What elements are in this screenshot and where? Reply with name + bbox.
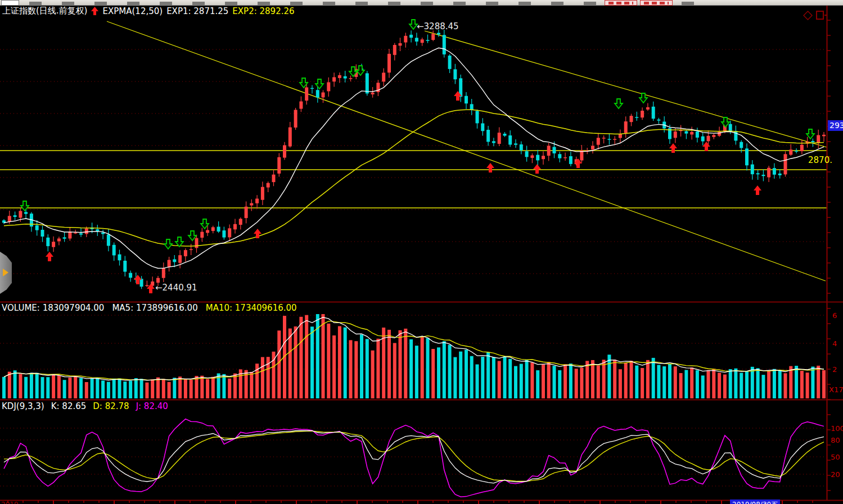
symbol-title: 上证指数(日线.前复权) (2, 6, 87, 16)
menu-items-clipped (29, 2, 698, 5)
trough-price-annotation: ←2440.91 (155, 283, 197, 293)
expander-arrow-icon (2, 269, 9, 276)
volume-axis-label-6: 6 (832, 311, 837, 320)
date-axis-label-clipped: 2019 (1, 501, 19, 504)
menu-highlight-button-1[interactable] (605, 0, 637, 6)
price-pane-header: 上证指数(日线.前复权) EXPMA(12,50) EXP1: 2871.25 … (2, 6, 295, 16)
kdj-axis-label-20: 20 (831, 470, 840, 479)
kdj-axis-label-100: 100 (831, 424, 843, 433)
volume-ma5-value: MA5: 173899616.00 (112, 303, 197, 313)
kdj-j-value: J: 82.40 (136, 401, 168, 411)
kdj-pane-header: KDJ(9,3,3) K: 82.65 D: 82.78 J: 82.40 (2, 401, 168, 411)
peak-price-annotation: ←3288.45 (417, 21, 459, 31)
kdj-k-value: K: 82.65 (51, 401, 87, 411)
volume-pane-header: VOLUME: 183097904.00 MA5: 173899616.00 M… (2, 303, 297, 313)
kdj-d-value: D: 82.78 (93, 401, 129, 411)
kdj-axis-label-50: 50 (831, 453, 840, 461)
volume-axis-multiplier: X17 (829, 385, 843, 394)
diamond-icon[interactable] (803, 11, 813, 22)
menu-bar[interactable] (0, 0, 843, 6)
last-price-badge: 2930 (828, 120, 843, 131)
menu-logo-box (1, 0, 19, 6)
current-date-badge: 2019/08/30五 (730, 500, 780, 504)
kdj-name: KDJ(9,3,3) (2, 401, 44, 411)
volume-axis-label-4: 4 (832, 339, 837, 348)
volume-value: VOLUME: 183097904.00 (2, 303, 104, 313)
chart-canvas[interactable] (0, 0, 843, 504)
kdj-axis-label-80: 80 (831, 436, 840, 444)
yellow-level-label: 2870. (808, 155, 832, 165)
window-box-icon[interactable] (816, 11, 827, 22)
menu-highlight-button-2[interactable] (640, 0, 673, 6)
exp1-value: EXP1: 2871.25 (166, 6, 228, 16)
exp2-value: EXP2: 2892.26 (232, 6, 294, 16)
indicator-name: EXPMA(12,50) (102, 6, 163, 16)
trading-app-window: { "price_pane": { "title": "上证指数(日线.前复权)… (0, 0, 843, 504)
volume-axis-label-2: 2 (832, 365, 837, 374)
volume-ma10-value: MA10: 173409616.00 (206, 303, 297, 313)
up-arrow-icon (91, 7, 98, 15)
